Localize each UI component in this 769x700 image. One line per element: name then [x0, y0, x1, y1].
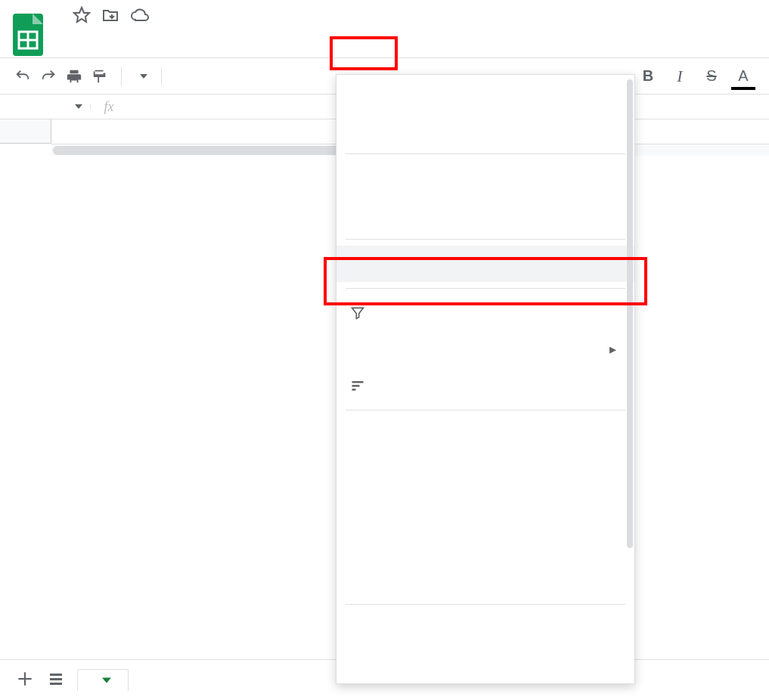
- menu-sort-range-za[interactable]: [336, 197, 634, 233]
- svg-rect-6: [352, 385, 360, 387]
- zoom-select[interactable]: [132, 74, 150, 79]
- format-currency-button[interactable]: [172, 66, 194, 87]
- menu-slicer[interactable]: [336, 367, 634, 404]
- svg-rect-10: [50, 674, 62, 676]
- filter-icon: [350, 305, 365, 321]
- bold-button[interactable]: B: [637, 66, 659, 87]
- fx-icon: fx: [91, 99, 127, 115]
- menu-sort-range[interactable]: [336, 246, 634, 282]
- text-color-button[interactable]: A: [733, 66, 754, 87]
- strikethrough-button[interactable]: S: [701, 66, 722, 87]
- menu-protected-sheets[interactable]: [336, 562, 634, 598]
- print-button[interactable]: [64, 66, 85, 87]
- submenu-arrow-icon: ▸: [609, 341, 616, 358]
- select-all-corner[interactable]: [0, 119, 51, 144]
- menu-scrollbar[interactable]: [627, 79, 633, 548]
- paint-format-button[interactable]: [89, 66, 110, 87]
- cloud-status-icon[interactable]: [130, 6, 150, 24]
- document-title[interactable]: [56, 14, 65, 17]
- svg-rect-12: [50, 683, 62, 685]
- add-sheet-button[interactable]: [15, 669, 35, 691]
- menu-filter-views[interactable]: ▸: [336, 331, 634, 367]
- decrease-decimal-button[interactable]: [224, 66, 245, 87]
- menu-sort-sheet-za[interactable]: [336, 111, 634, 147]
- all-sheets-button[interactable]: [47, 670, 65, 690]
- sheet-tab-menu-icon[interactable]: [102, 677, 111, 683]
- menu-sort-range-az[interactable]: [336, 160, 634, 197]
- svg-marker-4: [74, 8, 89, 22]
- menu-cleanup-suggestions[interactable]: [336, 611, 634, 647]
- menu-data-validation[interactable]: [336, 417, 634, 453]
- redo-button[interactable]: [38, 66, 59, 87]
- svg-rect-11: [50, 678, 62, 680]
- format-percent-button[interactable]: [198, 66, 219, 87]
- name-box[interactable]: [0, 104, 91, 109]
- sheet-tab[interactable]: [77, 669, 129, 691]
- undo-button[interactable]: [12, 66, 33, 87]
- svg-rect-7: [352, 389, 356, 391]
- menu-column-stats[interactable]: [336, 647, 634, 683]
- menu-sort-sheet-az[interactable]: [336, 75, 634, 111]
- annotation-highlight-data-menu: [330, 36, 398, 70]
- menu-named-ranges[interactable]: [336, 525, 634, 562]
- menu-pivot-table[interactable]: [336, 453, 634, 489]
- move-icon[interactable]: [101, 6, 119, 24]
- slicer-icon: [350, 378, 365, 393]
- sheets-logo[interactable]: [0, 6, 56, 57]
- data-menu-dropdown: ▸: [336, 74, 635, 684]
- menu-create-filter[interactable]: [336, 295, 634, 331]
- menu-randomize-range[interactable]: [336, 489, 634, 525]
- svg-rect-5: [352, 381, 364, 383]
- star-icon[interactable]: [73, 6, 91, 24]
- italic-button[interactable]: I: [669, 66, 690, 87]
